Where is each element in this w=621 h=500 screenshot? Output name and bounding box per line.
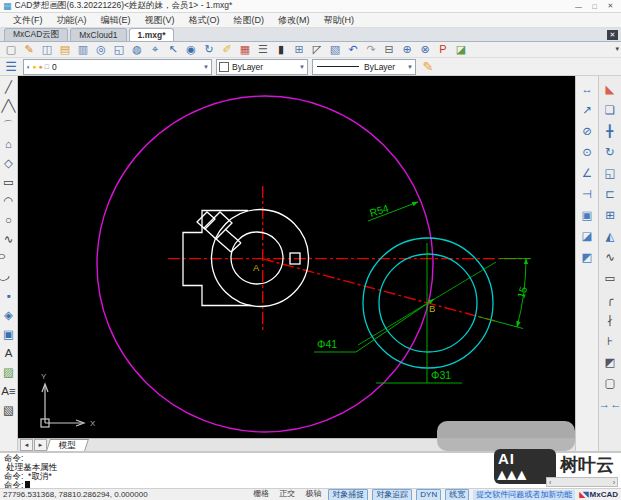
- layout-next-button[interactable]: ►: [34, 439, 47, 451]
- annotate-pencil-icon[interactable]: ✐: [219, 43, 235, 57]
- zoom-all-icon[interactable]: ◉: [183, 43, 199, 57]
- array-icon[interactable]: ⊞: [602, 208, 619, 224]
- dim-15-text[interactable]: 15: [514, 285, 529, 300]
- line-icon[interactable]: ╱: [0, 80, 17, 96]
- diameter-dim-icon[interactable]: ⊘: [579, 124, 596, 140]
- dim-style-icon[interactable]: ◪: [579, 229, 596, 245]
- image-icon[interactable]: ▨: [0, 365, 17, 381]
- circle-icon[interactable]: ○: [0, 213, 17, 229]
- point-icon[interactable]: ▪: [0, 289, 17, 305]
- stretch-icon[interactable]: ∿: [602, 250, 619, 266]
- undo-icon[interactable]: ↶: [345, 43, 361, 57]
- toggle-ortho[interactable]: 正交: [276, 489, 298, 499]
- polyline-icon[interactable]: ╱╲: [0, 99, 17, 115]
- chevron-down-icon[interactable]: ▼: [296, 64, 305, 70]
- polygon-icon[interactable]: ⌂: [0, 137, 17, 153]
- toggle-osnap[interactable]: 对象捕捉: [328, 489, 368, 500]
- color-dropdown[interactable]: ByLayer ▼: [216, 59, 308, 75]
- curve-icon[interactable]: ⌒: [0, 118, 17, 134]
- new-file-icon[interactable]: ▢: [3, 43, 19, 57]
- menu-item[interactable]: 编辑(E): [94, 13, 138, 28]
- explode-icon[interactable]: ◩: [602, 355, 619, 371]
- boundary-icon[interactable]: ▢: [602, 376, 619, 392]
- feedback-link[interactable]: 提交软件问题或者加新功能: [473, 490, 575, 500]
- toggle-dyn[interactable]: DYN: [416, 489, 441, 500]
- menu-item[interactable]: 视图(V): [138, 13, 182, 28]
- layout-prev-button[interactable]: ◄: [20, 439, 33, 451]
- menu-item[interactable]: 文件(F): [6, 13, 50, 28]
- zoom-extents-icon[interactable]: ◎: [93, 43, 109, 57]
- close-button[interactable]: ✕: [603, 1, 618, 12]
- quick-edit-pencil-icon[interactable]: ✎: [420, 60, 436, 74]
- tab-1mxg[interactable]: 1.mxg*: [129, 28, 175, 41]
- move-icon[interactable]: ╋: [602, 124, 619, 140]
- redo-icon[interactable]: ↷: [363, 43, 379, 57]
- mirror-icon[interactable]: ◭: [602, 229, 619, 245]
- chevron-down-icon[interactable]: ▼: [200, 64, 209, 70]
- copy-icon[interactable]: ❏: [602, 103, 619, 119]
- layer-manager-icon[interactable]: ☰: [3, 60, 19, 74]
- toolbar-overflow-icon[interactable]: ▾: [615, 45, 619, 53]
- rotate-icon[interactable]: ↻: [602, 145, 619, 161]
- menu-item[interactable]: 修改(M): [271, 13, 317, 28]
- zoom-previous-icon[interactable]: ↖: [165, 43, 181, 57]
- quick-dim-icon[interactable]: ▣: [579, 208, 596, 224]
- menu-item[interactable]: 格式(O): [182, 13, 227, 28]
- dim-r54-text[interactable]: R54: [368, 202, 390, 219]
- select-icon[interactable]: ◸: [309, 43, 325, 57]
- dim-d31-text[interactable]: Φ31: [431, 369, 451, 381]
- region-icon[interactable]: ▭: [602, 271, 619, 287]
- toggle-otrack[interactable]: 对象追踪: [372, 489, 412, 500]
- block-manager-icon[interactable]: ▮: [273, 43, 289, 57]
- mtext-icon[interactable]: A≡: [0, 384, 17, 400]
- rectangle-icon[interactable]: ▭: [0, 175, 17, 191]
- pan-icon[interactable]: ⌖: [147, 43, 163, 57]
- dim-edit-icon[interactable]: ◩: [579, 250, 596, 266]
- save-icon[interactable]: ◫: [39, 43, 55, 57]
- offset-icon[interactable]: ⊏: [602, 187, 619, 203]
- open-folder-icon[interactable]: ▤: [57, 43, 73, 57]
- zoom-refresh-icon[interactable]: ↻: [201, 43, 217, 57]
- attribute-edit-icon[interactable]: ▧: [327, 43, 343, 57]
- linetype-dropdown[interactable]: ByLayer ▼: [312, 59, 416, 75]
- join-icon[interactable]: →←: [602, 397, 619, 413]
- drawing-svg[interactable]: R54 Φ41 Φ31 15 A B Y X: [18, 76, 575, 438]
- scroll-left-icon[interactable]: ‹: [549, 479, 551, 486]
- dimension-lines[interactable]: [314, 202, 531, 383]
- layout-manager-icon[interactable]: ⊞: [291, 43, 307, 57]
- zoom-window-icon[interactable]: ◱: [111, 43, 127, 57]
- angle-ext-15deg[interactable]: [478, 317, 523, 329]
- color-table-icon[interactable]: ▦: [237, 43, 253, 57]
- aligned-dim-icon[interactable]: ↗: [579, 103, 596, 119]
- menu-item[interactable]: 帮助(H): [317, 13, 362, 28]
- spline-icon[interactable]: ∿: [0, 232, 17, 248]
- tab-mxcad-cloud[interactable]: MxCAD云图: [4, 28, 68, 41]
- zoom-dynamic-icon[interactable]: ◍: [129, 43, 145, 57]
- angular-dim-icon[interactable]: ∠: [579, 166, 596, 182]
- radius-dim-icon[interactable]: ⊙: [579, 145, 596, 161]
- pitch-circle-r54[interactable]: [97, 96, 433, 432]
- scroll-right-icon[interactable]: ›: [613, 479, 615, 486]
- linetype-manager-icon[interactable]: ☰: [255, 43, 271, 57]
- open-edit-icon[interactable]: ✎: [21, 43, 37, 57]
- dim-d41-text[interactable]: Φ41: [317, 338, 337, 350]
- tab-close-button[interactable]: ✕: [607, 30, 618, 40]
- toggle-lineweight[interactable]: 线宽: [445, 489, 469, 500]
- maximize-button[interactable]: □: [587, 1, 602, 12]
- continue-dim-icon[interactable]: ⊣: [579, 187, 596, 203]
- text-icon[interactable]: A: [0, 346, 17, 362]
- tab-mxcloud1[interactable]: MxCloud1: [70, 28, 126, 41]
- web-open-icon[interactable]: ⊗: [417, 43, 433, 57]
- image-export-icon[interactable]: ◪: [453, 43, 469, 57]
- extend-icon[interactable]: ⊦: [602, 334, 619, 350]
- menu-item[interactable]: 绘图(D): [227, 13, 272, 28]
- block-icon[interactable]: ◈: [0, 308, 17, 324]
- chevron-down-icon[interactable]: ▼: [404, 64, 413, 70]
- linear-dim-icon[interactable]: ↔: [579, 82, 596, 98]
- menu-item[interactable]: 功能(A): [50, 13, 94, 28]
- toggle-polar[interactable]: 极轴: [302, 489, 324, 499]
- hatch-icon[interactable]: ▧: [0, 403, 17, 419]
- erase-icon[interactable]: ◣: [602, 82, 619, 98]
- mini-scrollbar[interactable]: ‹ ›: [546, 477, 618, 487]
- layer-dropdown[interactable]: ◗●●□ 0 ▼: [23, 59, 212, 75]
